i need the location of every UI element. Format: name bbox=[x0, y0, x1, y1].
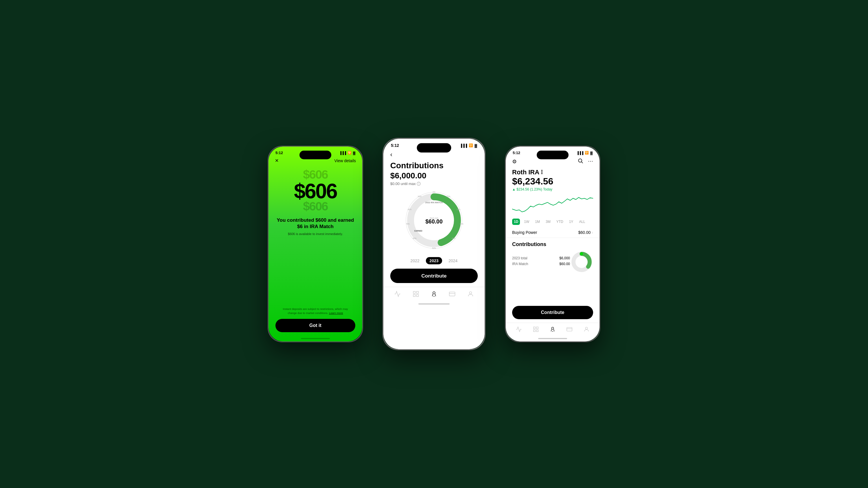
disclaimer: Instant deposits are subject to restrict… bbox=[275, 307, 355, 315]
svg-rect-17 bbox=[536, 330, 538, 332]
svg-rect-7 bbox=[413, 295, 415, 297]
chevron-right-icon: › bbox=[592, 230, 593, 235]
ira-match-label: 2022 IRA MATCH bbox=[425, 201, 443, 204]
wifi-icon-2: 🛜 bbox=[469, 143, 473, 148]
got-it-button[interactable]: Got it bbox=[275, 319, 355, 332]
close-button[interactable]: ✕ bbox=[275, 158, 279, 163]
filter-1d[interactable]: 1D bbox=[512, 219, 520, 225]
pct-10: 10% bbox=[446, 195, 450, 197]
filter-1w[interactable]: 1W bbox=[522, 219, 531, 225]
more-icon[interactable]: ⋯ bbox=[588, 158, 593, 165]
svg-rect-4 bbox=[413, 291, 415, 293]
contrib-value-1: $60.00 bbox=[559, 262, 570, 266]
svg-rect-9 bbox=[450, 292, 455, 296]
svg-rect-18 bbox=[533, 330, 535, 332]
nav-person-icon-3[interactable] bbox=[582, 325, 591, 333]
contrib-row-0: 2023 total $6,000 bbox=[512, 256, 570, 260]
buying-power-label: Buying Power bbox=[512, 230, 537, 235]
line-chart-svg bbox=[512, 193, 593, 216]
signal-icon: ▐▐▐ bbox=[339, 151, 346, 155]
subtext: $606 is available to invest immediately. bbox=[288, 232, 343, 236]
svg-point-11 bbox=[469, 292, 472, 294]
account-name: Roth IRA ⁝ bbox=[506, 167, 599, 176]
home-bar-2 bbox=[418, 303, 450, 304]
chart-area bbox=[506, 193, 599, 216]
nav-robinhood-icon-2[interactable] bbox=[430, 290, 438, 298]
filter-3m[interactable]: 3M bbox=[544, 219, 552, 225]
contribute-button-3[interactable]: Contribute bbox=[512, 306, 593, 319]
filter-all[interactable]: ALL bbox=[577, 219, 587, 225]
nav-grid-icon-3[interactable] bbox=[532, 325, 540, 333]
wifi-icon-3: 🛜 bbox=[585, 151, 589, 155]
contributions-rows: 2023 total $6,000 IRA Match $60.00 bbox=[512, 256, 570, 268]
pct-50: 50% bbox=[432, 247, 436, 249]
home-bar-1 bbox=[301, 338, 330, 339]
phone2-title-area: Contributions $6,000.00 $0.00 until max … bbox=[383, 161, 485, 186]
status-icons-1: ▐▐▐ 🛜 ▓ bbox=[339, 151, 355, 155]
svg-point-8 bbox=[433, 292, 435, 294]
nav-card-icon-2[interactable] bbox=[448, 290, 457, 298]
headline-text: You contributed $600 and earned $6 in IR… bbox=[275, 217, 355, 230]
nav-chart-icon-3[interactable] bbox=[515, 325, 523, 333]
dollar-display: $606 $606 $606 bbox=[294, 168, 337, 213]
info-icon[interactable]: i bbox=[417, 182, 421, 186]
mini-donut-chart bbox=[570, 250, 593, 273]
status-icons-2: ▐▐▐ 🛜 ▓ bbox=[460, 143, 477, 148]
nav-person-icon-2[interactable] bbox=[466, 290, 475, 298]
gain-text: ▲ $234.56 (1.23%) Today bbox=[506, 187, 599, 193]
dynamic-island-1 bbox=[300, 151, 331, 159]
contributions-section: Contributions 2023 total $6,000 IRA Matc… bbox=[506, 238, 599, 277]
svg-rect-15 bbox=[533, 327, 535, 329]
year-2024[interactable]: 2024 bbox=[448, 258, 458, 263]
learn-more-link[interactable]: Learn more bbox=[329, 312, 343, 315]
year-selector: 2022 2023 2024 bbox=[383, 255, 485, 266]
nav-chart-icon-2[interactable] bbox=[393, 290, 402, 298]
bottom-nav-3 bbox=[506, 323, 599, 338]
contributions-amount: $6,000.00 bbox=[390, 171, 478, 181]
svg-point-22 bbox=[585, 327, 587, 329]
mini-donut-svg bbox=[570, 250, 593, 273]
phone-2: 5:12 ▐▐▐ 🛜 ▓ ‹ Contributions $6,000.00 $… bbox=[382, 138, 486, 350]
buying-power-row: Buying Power $60.00 › bbox=[506, 227, 599, 238]
nav-card-icon-3[interactable] bbox=[565, 325, 574, 333]
contribute-button-2[interactable]: Contribute bbox=[390, 268, 478, 283]
contrib-row-1: IRA Match $60.00 bbox=[512, 262, 570, 266]
view-details-link[interactable]: View details bbox=[335, 158, 356, 163]
battery-icon: ▓ bbox=[353, 151, 355, 155]
battery-icon-2: ▓ bbox=[474, 144, 477, 148]
battery-icon-3: ▓ bbox=[590, 151, 593, 155]
phone-1: 5:12 ▐▐▐ 🛜 ▓ ✕ View details $606 $606 $6… bbox=[268, 146, 363, 342]
account-balance: $6,234.56 bbox=[506, 176, 599, 187]
status-time-3: 5:12 bbox=[513, 151, 520, 155]
contrib-label-0: 2023 total bbox=[512, 256, 527, 260]
pct-60: 60% bbox=[413, 237, 416, 239]
year-2022[interactable]: 2022 bbox=[410, 258, 420, 263]
filter-1m[interactable]: 1M bbox=[533, 219, 541, 225]
svg-rect-5 bbox=[416, 291, 418, 293]
signal-icon-3: ▐▐▐ bbox=[577, 151, 583, 155]
svg-rect-16 bbox=[536, 327, 538, 329]
status-icons-3: ▐▐▐ 🛜 ▓ bbox=[577, 151, 593, 155]
donut-main-text: $60.00 bbox=[425, 218, 443, 225]
pct-70-label: 70% bbox=[406, 223, 410, 225]
nav-grid-icon-2[interactable] bbox=[411, 290, 420, 298]
gear-icon[interactable]: ⚙ bbox=[512, 158, 517, 165]
pct-90: 90% bbox=[418, 195, 422, 197]
mini-donut-dot bbox=[580, 252, 583, 255]
back-button[interactable]: ‹ bbox=[390, 151, 392, 158]
search-icon[interactable] bbox=[578, 158, 583, 165]
chart-line bbox=[512, 197, 593, 212]
buying-power-value: $60.00 › bbox=[578, 230, 593, 235]
filter-1y[interactable]: 1Y bbox=[567, 219, 575, 225]
year-2023[interactable]: 2023 bbox=[426, 257, 442, 264]
svg-rect-6 bbox=[416, 295, 418, 297]
time-filters: 1D 1W 1M 3M YTD 1Y ALL bbox=[506, 216, 599, 227]
donut-chart-container: 2022 IRA MATCH 0% 10% 20% 30% 40% 50% 60… bbox=[383, 186, 485, 255]
phone-3: 5:12 ▐▐▐ 🛜 ▓ ⚙ ⋯ Roth IRA ⁝ $6,234.56 ▲ … bbox=[505, 146, 600, 342]
filter-ytd[interactable]: YTD bbox=[555, 219, 565, 225]
wifi-icon: 🛜 bbox=[347, 151, 351, 155]
donut-svg: 2022 IRA MATCH 0% 10% 20% 30% 40% 50% 60… bbox=[403, 189, 465, 252]
earned-label: EARNED bbox=[414, 230, 423, 232]
pct-30: 30% bbox=[460, 223, 464, 225]
nav-robinhood-icon-3[interactable] bbox=[549, 325, 557, 333]
